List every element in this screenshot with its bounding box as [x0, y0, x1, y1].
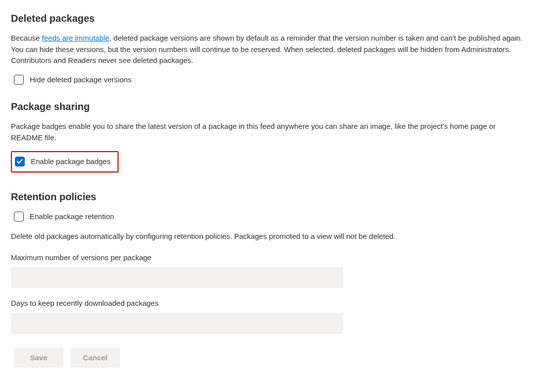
section-package-sharing: Package sharing Package badges enable yo…	[11, 99, 532, 185]
save-button[interactable]: Save	[14, 348, 63, 368]
package-sharing-description: Package badges enable you to share the l…	[11, 121, 527, 143]
hide-deleted-row: Hide deleted package versions	[14, 74, 532, 86]
enable-retention-checkbox[interactable]	[14, 212, 24, 222]
section-deleted-packages: Deleted packages Because feeds are immut…	[11, 11, 532, 85]
cancel-button[interactable]: Cancel	[70, 348, 120, 368]
days-keep-input[interactable]	[11, 313, 343, 334]
desc-text-before: Because	[11, 34, 42, 42]
retention-policies-heading: Retention policies	[11, 189, 532, 204]
enable-retention-label: Enable package retention	[30, 211, 114, 223]
hide-deleted-label: Hide deleted package versions	[30, 74, 131, 86]
enable-badges-highlight: Enable package badges	[11, 151, 119, 172]
section-retention-policies: Retention policies Enable package retent…	[11, 189, 532, 368]
action-buttons: Save Cancel	[14, 348, 532, 368]
enable-badges-label: Enable package badges	[31, 156, 111, 168]
feeds-immutable-link[interactable]: feeds are immutable	[42, 34, 110, 42]
deleted-packages-heading: Deleted packages	[11, 11, 532, 26]
max-versions-label: Maximum number of versions per package	[11, 252, 532, 264]
retention-description: Delete old packages automatically by con…	[11, 231, 527, 242]
enable-badges-checkbox[interactable]	[15, 157, 25, 167]
enable-retention-row: Enable package retention	[14, 211, 532, 223]
deleted-packages-description: Because feeds are immutable, deleted pac…	[11, 33, 527, 66]
days-keep-label: Days to keep recently downloaded package…	[11, 298, 532, 309]
hide-deleted-checkbox[interactable]	[14, 75, 24, 85]
max-versions-input[interactable]	[11, 267, 343, 288]
package-sharing-heading: Package sharing	[11, 99, 532, 114]
